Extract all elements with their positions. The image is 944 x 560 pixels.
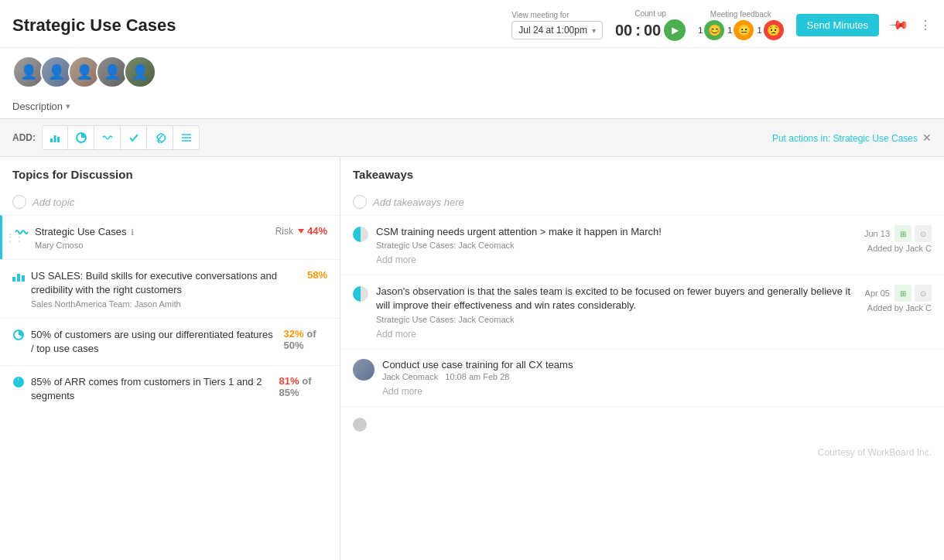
add-topic-placeholder[interactable]: Add topic (32, 196, 74, 208)
happy-icon[interactable]: 😊 (704, 20, 724, 40)
send-minutes-button[interactable]: Send Minutes (796, 14, 880, 36)
svg-rect-1 (54, 135, 56, 142)
avatar-5[interactable]: 👤 (124, 56, 156, 88)
topic-content: Strategic Use Cases ℹ Risk 44% Mary Cmos… (35, 225, 327, 250)
risk-down-icon (298, 229, 304, 234)
add-takeaway-row[interactable]: Add takeaways here (340, 189, 944, 215)
play-button[interactable]: ▶ (664, 19, 686, 41)
topics-header: Topics for Discussion (0, 157, 340, 189)
takeaway-content: Jason's observation is that the sales te… (376, 285, 854, 339)
feedback-happy: 1 😊 (698, 20, 724, 40)
meeting-dropdown[interactable]: Jul 24 at 1:00pm ▾ (511, 21, 603, 39)
courtesy-text: Courtesy of WorkBoard Inc. (340, 441, 944, 464)
put-actions-text: Put actions in: (772, 133, 833, 144)
pie-icon (12, 330, 25, 343)
check-button[interactable] (121, 125, 147, 150)
settings-action-button[interactable]: ⊙ (915, 285, 932, 302)
takeaway-date: Apr 05 (865, 289, 890, 298)
actions-link[interactable]: Strategic Use Cases (833, 133, 918, 144)
main-content: Topics for Discussion Add topic ⋮⋮ Strat… (0, 157, 944, 560)
add-takeaway-placeholder[interactable]: Add takeaways here (373, 196, 464, 208)
neutral-count: 1 (727, 26, 732, 35)
risk-value: 44% (298, 225, 327, 237)
topic-content: 50% of customers are using our different… (31, 328, 327, 356)
paperclip-icon (155, 132, 166, 143)
svg-rect-0 (50, 138, 53, 142)
count-minutes: 00 (615, 22, 632, 39)
add-more-link[interactable]: Add more (382, 386, 932, 397)
count-section: Count up 00 : 00 ▶ (615, 9, 686, 41)
pct-value: 32% of 50% (284, 328, 327, 351)
pie-icon (12, 377, 25, 390)
add-more-link[interactable]: Add more (376, 254, 854, 265)
header: Strategic Use Cases View meeting for Jul… (0, 0, 944, 48)
takeaway-content: CSM training needs urgent attention > ma… (376, 225, 854, 265)
svg-rect-7 (12, 277, 15, 282)
settings-action-button[interactable]: ⊙ (915, 225, 932, 242)
commenter-name: Jack Ceomack (382, 372, 438, 381)
sad-icon[interactable]: 😟 (764, 20, 784, 40)
courtesy-label: Courtesy of WorkBoard Inc. (818, 447, 932, 458)
add-topic-row[interactable]: Add topic (0, 189, 340, 215)
copy-action-button[interactable]: ⊞ (894, 285, 912, 302)
takeaway-source: Strategic Use Cases: Jack Ceomack (376, 241, 854, 250)
topic-title: Strategic Use Cases (35, 226, 129, 237)
topic-content: 85% of ARR comes from customers in Tiers… (31, 375, 327, 403)
half-circle-icon (353, 286, 368, 302)
half-circle-icon (353, 227, 368, 242)
comment-avatar (353, 359, 375, 381)
feedback-icons: 1 😊 1 😐 1 😟 (698, 20, 783, 40)
pie-chart-button[interactable] (68, 125, 94, 150)
topic-meta: Risk 44% (275, 225, 327, 237)
takeaway-actions: ⊞ ⊙ (894, 225, 932, 242)
wave-button[interactable] (94, 125, 121, 150)
topic-content: US SALES: Build skills for executive con… (31, 269, 327, 308)
risk-label: Risk (275, 226, 293, 237)
description-label: Description (12, 101, 63, 112)
sad-count: 1 (757, 26, 761, 35)
pct-value: 58% (307, 269, 327, 281)
view-meeting-label: View meeting for (511, 11, 569, 19)
paperclip-button[interactable] (147, 125, 173, 150)
topic-item[interactable]: 85% of ARR comes from customers in Tiers… (0, 365, 340, 412)
more-options-icon[interactable]: ⋮ (919, 18, 932, 32)
description-arrow-icon: ▾ (66, 101, 70, 111)
drag-handle-icon[interactable]: ⋮⋮ (5, 232, 24, 243)
topic-title: 50% of customers are using our different… (31, 328, 278, 356)
takeaway-title: CSM training needs urgent attention > ma… (376, 225, 854, 239)
page-title: Strategic Use Cases (12, 15, 176, 36)
add-more-link[interactable]: Add more (376, 329, 854, 340)
add-topic-circle (12, 195, 26, 209)
topic-item[interactable]: ⋮⋮ Strategic Use Cases ℹ Risk 44% Mary C… (0, 215, 340, 259)
takeaway-item: CSM training needs urgent attention > ma… (340, 215, 944, 275)
takeaway-item-empty (340, 406, 944, 441)
check-icon (128, 132, 139, 143)
add-label: ADD: (12, 132, 36, 143)
copy-action-button[interactable]: ⊞ (894, 225, 912, 242)
topic-subtitle: Sales NorthAmerica Team: Jason Amith (31, 299, 327, 309)
happy-count: 1 (698, 26, 703, 35)
neutral-icon[interactable]: 😐 (734, 20, 754, 40)
comment-title: Conduct use case training for all CX tea… (382, 359, 932, 370)
takeaway-title: Jason's observation is that the sales te… (376, 285, 854, 312)
toolbar-actions-label: Put actions in: Strategic Use Cases✕ (772, 131, 932, 144)
svg-rect-2 (57, 137, 60, 142)
description-row[interactable]: Description ▾ (0, 96, 944, 118)
wave-icon (102, 132, 113, 143)
takeaway-added-by: Added by Jack C (867, 303, 932, 312)
count-display: 00 : 00 ▶ (615, 19, 686, 41)
count-colon: : (635, 22, 641, 39)
comment-content: Conduct use case training for all CX tea… (382, 359, 932, 397)
feedback-label: Meeting feedback (710, 10, 771, 19)
dropdown-arrow-icon: ▾ (592, 26, 596, 35)
topic-item[interactable]: 50% of customers are using our different… (0, 318, 340, 365)
add-toolbar: ADD: Put actions in: Strategic Use Cases… (0, 118, 944, 157)
bar-chart-button[interactable] (42, 125, 68, 150)
info-icon[interactable]: ℹ (131, 227, 134, 237)
list-button[interactable] (173, 125, 200, 150)
close-icon[interactable]: ✕ (922, 131, 932, 144)
pin-icon[interactable]: 📌 (888, 15, 910, 36)
comment-timestamp: 10:08 am Feb 28 (445, 372, 509, 381)
topic-item[interactable]: US SALES: Build skills for executive con… (0, 259, 340, 317)
feedback-sad: 1 😟 (757, 20, 783, 40)
